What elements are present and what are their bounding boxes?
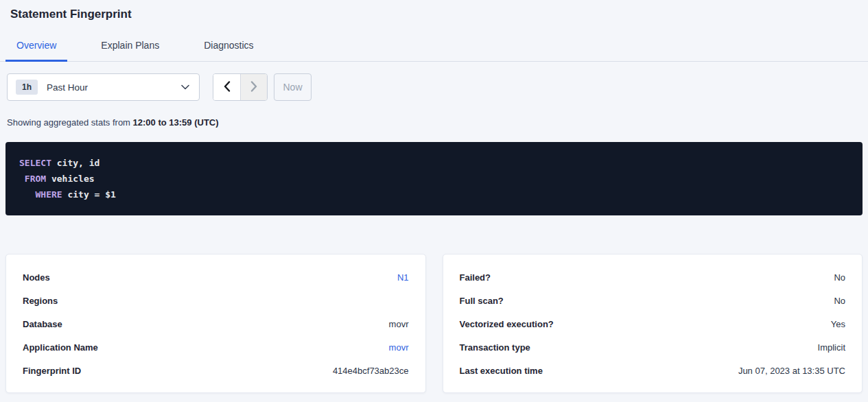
next-interval-button[interactable] — [240, 74, 267, 100]
aggregated-stats-line: Showing aggregated stats from 12:00 to 1… — [7, 117, 868, 128]
row-value-link[interactable]: N1 — [397, 272, 409, 283]
sql-statement: SELECT city, id FROM vehicles WHERE city… — [19, 155, 849, 202]
card-row: NodesN1 — [23, 265, 409, 289]
stats-prefix: Showing aggregated stats from — [7, 117, 133, 128]
card-row: Transaction typeImplicit — [460, 335, 846, 359]
card-row: Fingerprint ID414e4bcf73ab23ce — [23, 359, 409, 382]
tab-diagnostics[interactable]: Diagnostics — [193, 40, 264, 62]
card-row: Application Namemovr — [23, 335, 409, 359]
time-controls: 1h Past Hour Now — [7, 73, 868, 101]
summary-card: NodesN1RegionsDatabasemovrApplication Na… — [5, 254, 426, 393]
chevron-right-icon — [250, 81, 257, 94]
previous-interval-button[interactable] — [213, 74, 240, 100]
sql-line: WHERE city = $1 — [19, 187, 849, 202]
row-label: Vectorized execution? — [460, 319, 554, 329]
row-label: Application Name — [23, 342, 98, 353]
card-row: Last execution timeJun 07, 2023 at 13:35… — [460, 359, 846, 382]
tab-bar: OverviewExplain PlansDiagnostics — [0, 40, 868, 62]
row-value: Jun 07, 2023 at 13:35 UTC — [738, 366, 845, 376]
time-range-badge: 1h — [16, 80, 38, 95]
stats-range: 12:00 to 13:59 (UTC) — [133, 117, 219, 128]
now-button[interactable]: Now — [274, 73, 312, 101]
page-title: Statement Fingerprint — [0, 0, 868, 21]
row-label: Failed? — [460, 272, 491, 283]
chevron-down-icon — [181, 84, 189, 90]
statement-fingerprint-page: Statement Fingerprint OverviewExplain Pl… — [0, 0, 868, 402]
row-label: Regions — [23, 296, 58, 306]
card-row: Failed?No — [460, 265, 846, 289]
row-value: Yes — [831, 319, 845, 329]
card-row: Regions — [23, 289, 409, 312]
row-label: Transaction type — [460, 342, 530, 353]
card-row: Databasemovr — [23, 312, 409, 335]
card-row: Vectorized execution?Yes — [460, 312, 846, 335]
row-label: Fingerprint ID — [23, 366, 81, 376]
time-range-select[interactable]: 1h Past Hour — [7, 73, 200, 101]
summary-cards: NodesN1RegionsDatabasemovrApplication Na… — [5, 254, 863, 393]
tab-explain-plans[interactable]: Explain Plans — [90, 40, 170, 62]
row-label: Database — [23, 319, 62, 329]
row-value: 414e4bcf73ab23ce — [333, 366, 409, 376]
row-value: Implicit — [818, 342, 845, 353]
row-value: No — [834, 296, 845, 306]
sql-line: FROM vehicles — [19, 171, 849, 187]
summary-card: Failed?NoFull scan?NoVectorized executio… — [443, 254, 863, 393]
time-step-buttons — [213, 73, 268, 101]
row-value: No — [834, 272, 845, 283]
sql-line: SELECT city, id — [19, 155, 849, 171]
row-value-link[interactable]: movr — [389, 342, 409, 353]
sql-statement-box: SELECT city, id FROM vehicles WHERE city… — [5, 142, 863, 215]
tab-overview[interactable]: Overview — [5, 40, 67, 62]
row-label: Full scan? — [460, 296, 504, 306]
time-range-label: Past Hour — [47, 82, 88, 93]
row-value: movr — [389, 319, 409, 329]
row-label: Last execution time — [460, 366, 543, 376]
row-label: Nodes — [23, 272, 50, 283]
chevron-left-icon — [224, 81, 231, 94]
card-row: Full scan?No — [460, 289, 846, 312]
